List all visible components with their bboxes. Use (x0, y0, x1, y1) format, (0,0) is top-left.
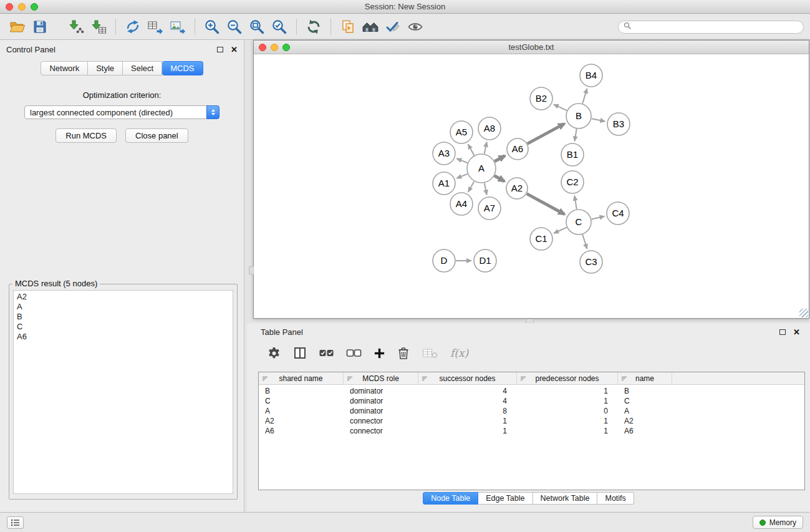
network-edge-A2-C[interactable] (527, 194, 564, 215)
network-edge-A-A8[interactable] (485, 142, 487, 154)
show-columns-icon[interactable] (293, 346, 307, 360)
zoom-selected-icon[interactable] (268, 17, 291, 37)
network-edge-A-A2[interactable] (494, 176, 504, 181)
network-node-C3[interactable]: C3 (580, 251, 602, 273)
optimization-select[interactable]: largest connected component (directed) (24, 105, 219, 119)
network-node-B[interactable]: B (566, 104, 591, 128)
network-node-D[interactable]: D (433, 249, 455, 272)
export-image-icon[interactable] (166, 17, 189, 37)
network-node-A[interactable]: A (467, 154, 496, 183)
column-header-predecessor-nodes[interactable]: predecessor nodes (517, 372, 618, 384)
network-edge-C-C4[interactable] (592, 216, 605, 220)
network-edge-B-B3[interactable] (592, 118, 605, 121)
network-edge-C-C3[interactable] (582, 235, 587, 249)
zoom-in-icon[interactable] (201, 17, 223, 37)
table-row[interactable]: Adominator80A (259, 406, 804, 416)
tab-edge-table[interactable]: Edge Table (478, 492, 533, 505)
network-node-A1[interactable]: A1 (433, 172, 455, 195)
export-table-icon[interactable] (144, 17, 166, 37)
result-item[interactable]: A6 (17, 332, 229, 342)
delete-column-trash-icon[interactable] (397, 346, 410, 360)
float-table-panel-icon[interactable] (779, 329, 786, 335)
select-all-icon[interactable] (319, 347, 334, 359)
tab-select[interactable]: Select (123, 61, 162, 75)
export-network-icon[interactable] (122, 17, 144, 37)
network-node-A4[interactable]: A4 (450, 193, 473, 215)
result-item[interactable]: B (17, 312, 229, 322)
network-graph[interactable]: B4B2BB3A5A8A6B1A3AC2A1A2A4A7C4CC1C3DD1 (254, 54, 809, 318)
result-item[interactable]: A (17, 302, 229, 312)
network-edge-B-B4[interactable] (582, 89, 587, 104)
memory-button[interactable]: Memory (753, 516, 803, 529)
close-panel-button[interactable]: Close panel (125, 128, 188, 143)
network-node-D1[interactable]: D1 (474, 249, 496, 272)
network-node-A8[interactable]: A8 (478, 117, 501, 140)
mcds-result-list[interactable]: A2ABCA6 (13, 290, 233, 494)
function-builder-fx-icon[interactable]: f(x) (450, 347, 468, 359)
network-edge-A-A1[interactable] (456, 174, 467, 178)
close-window-button[interactable] (6, 3, 13, 11)
home-neighbors-icon[interactable] (359, 17, 382, 37)
table-settings-gear-icon[interactable] (267, 346, 281, 360)
run-mcds-button[interactable]: Run MCDS (55, 128, 117, 143)
style-check-icon[interactable] (382, 17, 404, 37)
close-table-panel-icon[interactable]: ✕ (793, 328, 800, 336)
add-column-plus-icon[interactable] (374, 347, 385, 359)
network-edge-C-C2[interactable] (574, 196, 576, 210)
table-row[interactable]: A2connector11A2 (259, 416, 804, 426)
result-item[interactable]: A2 (17, 292, 229, 302)
network-edge-A-A4[interactable] (468, 181, 475, 192)
show-graphics-eye-icon[interactable] (404, 17, 427, 37)
clone-network-icon[interactable] (337, 17, 359, 37)
network-node-C4[interactable]: C4 (607, 202, 629, 225)
result-item[interactable]: C (17, 322, 229, 332)
tab-mcds[interactable]: MCDS (162, 61, 203, 75)
delete-table-icon[interactable] (422, 347, 438, 359)
tab-node-table[interactable]: Node Table (423, 492, 478, 505)
network-node-C2[interactable]: C2 (561, 171, 584, 193)
network-edge-A-A6[interactable] (494, 156, 505, 162)
vertical-splitter-handle[interactable] (249, 266, 254, 274)
network-edge-B-B2[interactable] (554, 104, 567, 110)
network-node-A2[interactable]: A2 (506, 178, 528, 199)
save-session-icon[interactable] (29, 17, 51, 37)
network-node-A7[interactable]: A7 (478, 197, 501, 220)
network-node-A5[interactable]: A5 (450, 121, 473, 143)
network-node-B1[interactable]: B1 (561, 143, 584, 166)
table-row[interactable]: Cdominator41C (259, 396, 804, 406)
network-node-C[interactable]: C (566, 210, 591, 235)
resize-corner-handle[interactable] (799, 309, 808, 317)
task-history-button[interactable] (7, 516, 24, 529)
column-header-MCDS-role[interactable]: MCDS role (344, 372, 418, 384)
network-zoom-button[interactable] (282, 44, 290, 51)
network-node-C1[interactable]: C1 (530, 228, 552, 250)
network-node-A3[interactable]: A3 (433, 142, 455, 165)
tab-style[interactable]: Style (88, 61, 123, 75)
network-edge-B-B1[interactable] (575, 129, 577, 142)
network-edge-A-A5[interactable] (468, 144, 475, 155)
import-network-from-file-icon[interactable] (65, 17, 87, 37)
float-panel-icon[interactable] (217, 47, 223, 52)
table-row[interactable]: A6connector11A6 (259, 426, 804, 436)
zoom-window-button[interactable] (31, 3, 38, 11)
network-minimize-button[interactable] (271, 44, 278, 51)
column-header-name[interactable]: name (618, 372, 672, 384)
close-panel-icon[interactable]: ✕ (231, 46, 238, 54)
zoom-out-icon[interactable] (223, 17, 246, 37)
network-close-button[interactable] (259, 44, 266, 51)
node-table[interactable]: shared nameMCDS rolesuccessor nodesprede… (258, 372, 805, 490)
network-edge-A-A7[interactable] (485, 183, 487, 195)
tab-motifs[interactable]: Motifs (597, 492, 634, 505)
refresh-icon[interactable] (302, 17, 325, 37)
table-row[interactable]: Bdominator41B (259, 386, 804, 396)
network-node-B3[interactable]: B3 (607, 113, 630, 135)
network-node-B4[interactable]: B4 (580, 64, 602, 87)
import-table-from-file-icon[interactable] (87, 17, 110, 37)
column-header-successor-nodes[interactable]: successor nodes (418, 372, 517, 384)
deselect-all-icon[interactable] (346, 347, 362, 359)
network-edge-A-A3[interactable] (456, 158, 467, 163)
zoom-fit-icon[interactable] (246, 17, 268, 37)
network-canvas[interactable]: B4B2BB3A5A8A6B1A3AC2A1A2A4A7C4CC1C3DD1 (254, 54, 809, 318)
network-node-A6[interactable]: A6 (507, 138, 528, 160)
open-session-icon[interactable] (6, 17, 29, 37)
